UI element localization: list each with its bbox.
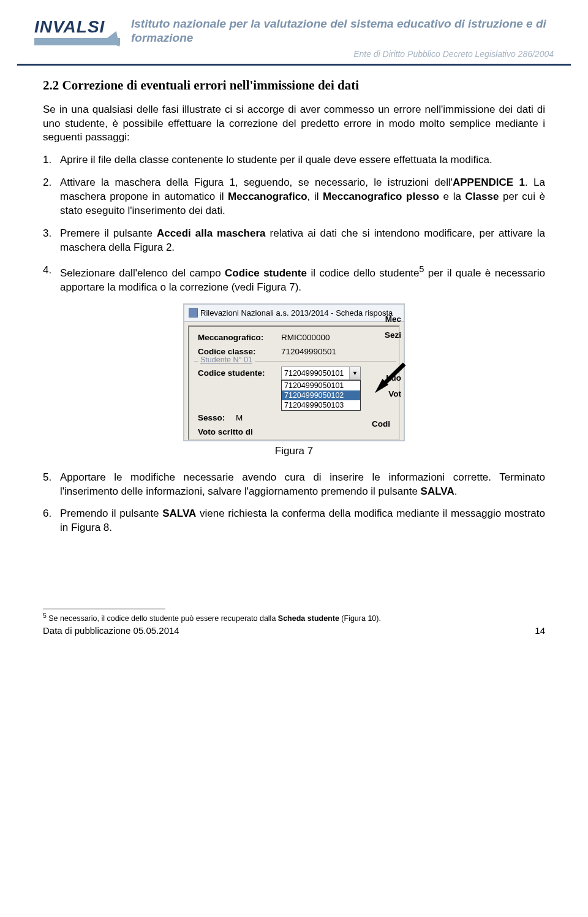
dropdown-option[interactable]: 71204999050102 bbox=[282, 390, 360, 400]
codice-studente-value: 71204999050101 bbox=[282, 369, 349, 378]
steps-list-cont: Apportare le modifiche necessarie avendo… bbox=[43, 471, 545, 536]
codice-classe-value: 712049990501 bbox=[281, 347, 336, 356]
step-item: Attivare la maschera della Figura 1, seg… bbox=[43, 176, 545, 218]
meccanografico-label: Meccanografico: bbox=[198, 333, 281, 342]
document-body: 2.2 Correzione di eventuali errori nell'… bbox=[0, 78, 588, 610]
footnote-marker: 5 bbox=[43, 612, 47, 619]
dropdown-option[interactable]: 71204999050101 bbox=[282, 381, 360, 390]
cut-label: Mec bbox=[385, 314, 401, 324]
meccanografico-value: RMIC000000 bbox=[281, 333, 330, 342]
footnote-text: Se necessario, il codice dello studente … bbox=[48, 614, 381, 623]
logo-bar-graphic bbox=[34, 38, 120, 45]
dropdown-arrow-icon[interactable]: ▼ bbox=[349, 367, 360, 379]
figure-7: Rilevazioni Nazionali a.s. 2013/2014 - S… bbox=[43, 303, 545, 457]
step-item: Apportare le modifiche necessarie avendo… bbox=[43, 471, 545, 499]
step-item: Selezionare dall'elenco del campo Codice… bbox=[43, 264, 545, 295]
voto-label: Voto scritto di bbox=[198, 427, 281, 436]
cut-label: Vot bbox=[388, 389, 401, 398]
publication-date: Data di pubblicazione 05.05.2014 bbox=[43, 625, 179, 636]
header-titles: Istituto nazionale per la valutazione de… bbox=[131, 17, 554, 59]
footnote-separator bbox=[43, 609, 165, 609]
step-item: Aprire il file della classe contenente l… bbox=[43, 153, 545, 167]
intro-paragraph: Se in una qualsiasi delle fasi illustrat… bbox=[43, 103, 545, 145]
dropdown-option[interactable]: 71204999050103 bbox=[282, 400, 360, 410]
codice-studente-combo[interactable]: 71204999050101 ▼ bbox=[281, 367, 361, 380]
page-number: 14 bbox=[535, 625, 545, 636]
sesso-value: M bbox=[236, 413, 243, 422]
page-footer: Data di pubblicazione 05.05.2014 14 bbox=[0, 624, 588, 636]
step-item: Premendo il pulsante SALVA viene richies… bbox=[43, 507, 545, 535]
steps-list: Aprire il file della classe contenente l… bbox=[43, 153, 545, 294]
cut-label: Luo bbox=[386, 373, 401, 382]
codice-studente-dropdown[interactable]: 71204999050101 71204999050102 7120499905… bbox=[281, 380, 361, 411]
step-item: Premere il pulsante Accedi alla maschera… bbox=[43, 227, 545, 255]
footnote: 5 Se necessario, il codice dello student… bbox=[0, 612, 588, 623]
institute-title: Istituto nazionale per la valutazione de… bbox=[131, 17, 554, 45]
invalsi-logo: INVALSI bbox=[34, 17, 120, 45]
page-header: INVALSI Istituto nazionale per la valuta… bbox=[17, 0, 571, 66]
window-title: Rilevazioni Nazionali a.s. 2013/2014 - S… bbox=[184, 305, 404, 322]
codice-studente-label: Codice studente: bbox=[198, 368, 281, 378]
scheda-risposta-window: Rilevazioni Nazionali a.s. 2013/2014 - S… bbox=[183, 303, 405, 441]
cut-label: Sezi bbox=[385, 330, 401, 340]
group-separator: Studente N° 01 bbox=[194, 361, 396, 362]
codice-classe-label: Codice classe: bbox=[198, 347, 281, 356]
figure-caption: Figura 7 bbox=[43, 445, 545, 457]
sesso-label: Sesso: bbox=[198, 413, 236, 422]
cut-label: Codi bbox=[372, 419, 390, 428]
section-heading: 2.2 Correzione di eventuali errori nell'… bbox=[43, 78, 545, 93]
studente-group-label: Studente N° 01 bbox=[198, 356, 255, 364]
form-area: Meccanografico: RMIC000000 Mec Codice cl… bbox=[188, 325, 400, 440]
institute-subtitle: Ente di Diritto Pubblico Decreto Legisla… bbox=[131, 49, 554, 59]
